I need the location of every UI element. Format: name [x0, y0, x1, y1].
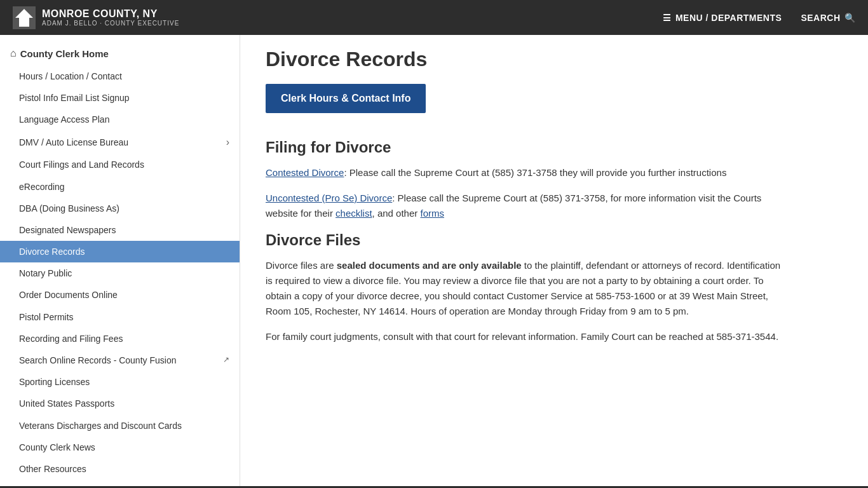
search-label: SEARCH	[801, 13, 840, 23]
home-icon: ⌂	[10, 48, 17, 59]
para-uncontested: Uncontested (Pro Se) Divorce: Please cal…	[266, 191, 787, 221]
sidebar-item-sporting[interactable]: Sporting Licenses	[0, 371, 240, 393]
sidebar-item-label: United States Passports	[19, 398, 114, 409]
sidebar-item-language[interactable]: Language Access Plan	[0, 109, 240, 130]
para-divorce-files: Divorce files are sealed documents and a…	[266, 258, 787, 319]
header-logo: MONROE COUNTY, NY ADAM J. BELLO · COUNTY…	[13, 6, 179, 29]
search-icon: 🔍	[844, 13, 856, 23]
sidebar-item-hours[interactable]: Hours / Location / Contact	[0, 65, 240, 87]
sidebar-item-label: Search Online Records - County Fusion	[19, 355, 176, 366]
sidebar-item-label: DMV / Auto License Bureau	[19, 137, 128, 148]
sidebar-item-dmv[interactable]: DMV / Auto License Bureau ›	[0, 131, 240, 154]
para3-bold: sealed documents and are only available	[337, 260, 522, 271]
sidebar-item-dba[interactable]: DBA (Doing Business As)	[0, 198, 240, 219]
sidebar-item-passports[interactable]: United States Passports	[0, 393, 240, 414]
sidebar-item-label: Notary Public	[19, 268, 72, 279]
sidebar-item-label: Divorce Records	[19, 246, 85, 257]
search-button[interactable]: SEARCH 🔍	[801, 13, 855, 23]
sidebar-home[interactable]: ⌂ County Clerk Home	[0, 41, 240, 65]
sidebar-item-designated-newspapers[interactable]: Designated Newspapers	[0, 219, 240, 241]
sidebar-item-pistol-permits[interactable]: Pistol Permits	[0, 306, 240, 328]
forms-link[interactable]: forms	[420, 208, 444, 219]
sidebar-item-recording-fees[interactable]: Recording and Filing Fees	[0, 328, 240, 349]
sidebar-item-label: Sporting Licenses	[19, 376, 90, 388]
header-title-block: MONROE COUNTY, NY ADAM J. BELLO · COUNTY…	[42, 8, 179, 27]
contested-divorce-link[interactable]: Contested Divorce	[266, 167, 344, 178]
sidebar-item-notary-public[interactable]: Notary Public	[0, 262, 240, 284]
top-header: MONROE COUNTY, NY ADAM J. BELLO · COUNTY…	[0, 0, 868, 35]
para3-prefix: Divorce files are	[266, 260, 337, 271]
sidebar-item-label: County Clerk News	[19, 442, 95, 453]
menu-label: MENU / DEPARTMENTS	[675, 13, 782, 23]
main-content: Divorce Records Clerk Hours & Contact In…	[240, 35, 812, 486]
sidebar-item-veterans[interactable]: Veterans Discharges and Discount Cards	[0, 415, 240, 437]
sidebar-item-label: DBA (Doing Business As)	[19, 203, 119, 214]
sidebar-item-label: Hours / Location / Contact	[19, 71, 122, 82]
sidebar-item-divorce-records[interactable]: Divorce Records	[0, 241, 240, 262]
uncontested-text2: , and other	[372, 208, 421, 219]
sidebar-item-court-filings[interactable]: Court Filings and Land Records	[0, 154, 240, 175]
sidebar-item-label: Veterans Discharges and Discount Cards	[19, 420, 182, 431]
para-contested: Contested Divorce: Please call the Supre…	[266, 165, 787, 180]
section-files-title: Divorce Files	[266, 231, 787, 249]
page-title: Divorce Records	[266, 48, 787, 71]
sidebar-item-pistol-email[interactable]: Pistol Info Email List Signup	[0, 87, 240, 109]
checklist-link[interactable]: checklist	[336, 208, 372, 219]
contact-btn[interactable]: Clerk Hours & Contact Info	[266, 84, 426, 113]
sidebar-home-label: County Clerk Home	[20, 48, 109, 59]
county-logo-icon	[13, 6, 36, 29]
uncontested-divorce-link[interactable]: Uncontested (Pro Se) Divorce	[266, 193, 392, 203]
sidebar: ⌂ County Clerk Home Hours / Location / C…	[0, 35, 240, 486]
sidebar-item-erecording[interactable]: eRecording	[0, 176, 240, 198]
section-filing-title: Filing for Divorce	[266, 139, 787, 156]
contested-text: : Please call the Supreme Court at (585)…	[344, 167, 726, 178]
arrow-icon: ›	[226, 136, 229, 149]
hamburger-icon: ☰	[663, 13, 672, 23]
sidebar-item-label: Recording and Filing Fees	[19, 333, 123, 344]
sidebar-item-label: Designated Newspapers	[19, 224, 116, 236]
sidebar-item-label: eRecording	[19, 181, 65, 193]
sidebar-item-label: Other Resources	[19, 463, 86, 475]
external-link-icon: ↗	[223, 355, 229, 365]
sidebar-item-news[interactable]: County Clerk News	[0, 437, 240, 458]
sidebar-item-label: Language Access Plan	[19, 114, 109, 125]
page-body: ⌂ County Clerk Home Hours / Location / C…	[0, 35, 868, 486]
sidebar-item-label: Pistol Permits	[19, 311, 74, 323]
header-exec: ADAM J. BELLO · COUNTY EXECUTIVE	[42, 20, 179, 27]
sidebar-item-label: Pistol Info Email List Signup	[19, 92, 130, 104]
menu-button[interactable]: ☰ MENU / DEPARTMENTS	[663, 13, 782, 23]
sidebar-item-other[interactable]: Other Resources	[0, 458, 240, 480]
header-right: ☰ MENU / DEPARTMENTS SEARCH 🔍	[663, 13, 855, 23]
para-family-court: For family court judgments, consult with…	[266, 329, 787, 344]
sidebar-item-label: Court Filings and Land Records	[19, 159, 144, 170]
sidebar-item-search-online[interactable]: Search Online Records - County Fusion ↗	[0, 349, 240, 371]
sidebar-item-label: Order Documents Online	[19, 289, 118, 301]
header-county: MONROE COUNTY, NY	[42, 8, 179, 20]
sidebar-item-order-documents[interactable]: Order Documents Online	[0, 284, 240, 306]
